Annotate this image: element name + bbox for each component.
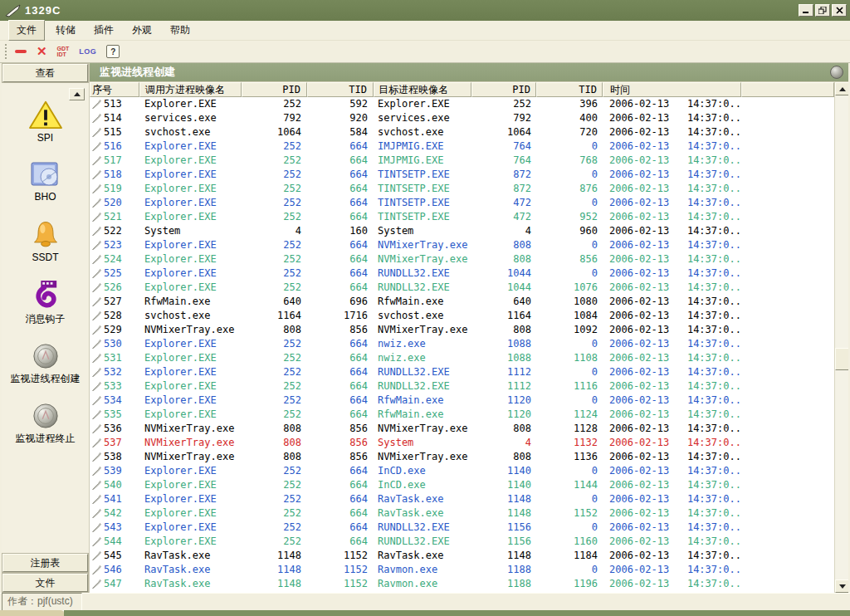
table-row[interactable]: 518Explorer.EXE252664TINTSETP.EXE8720200…: [90, 168, 834, 182]
table-row[interactable]: 541Explorer.EXE252664RavTask.exe11480200…: [90, 492, 834, 506]
table-row[interactable]: 544Explorer.EXE252664RUNDLL32.EXE1156116…: [90, 535, 834, 549]
table-row[interactable]: 526Explorer.EXE252664RUNDLL32.EXE1044107…: [90, 281, 834, 295]
scroll-down-button[interactable]: [835, 579, 848, 593]
target-tid-cell: 400: [579, 112, 598, 124]
table-row[interactable]: 529NVMixerTray.exe808856NVMixerTray.exe8…: [90, 323, 834, 337]
caller-tid-cell: 1152: [344, 578, 368, 589]
vertical-scrollbar[interactable]: [834, 82, 848, 593]
table-row[interactable]: 524Explorer.EXE252664NVMixerTray.exe8088…: [90, 252, 834, 266]
log-button[interactable]: LOG: [79, 47, 96, 56]
toolbar-grip[interactable]: [5, 44, 8, 59]
sidebar-item-bho[interactable]: BHO: [30, 160, 61, 203]
table-row[interactable]: 531Explorer.EXE252664nwiz.exe10881108200…: [90, 351, 834, 365]
table-row[interactable]: 534Explorer.EXE252664RfwMain.exe11200200…: [90, 394, 834, 408]
menu-help[interactable]: 帮助: [163, 21, 198, 40]
caller-tid-cell: 664: [349, 493, 368, 505]
author-label: 作者：pjf(ustc): [2, 593, 82, 611]
target-image-cell: RfwMain.exe: [378, 408, 443, 420]
table-row[interactable]: 522System4160System49602006-02-13 14:37:…: [90, 224, 834, 238]
column-header-target-image[interactable]: 目标进程映像名: [374, 82, 471, 97]
sidebar-scroll-up-button[interactable]: [69, 88, 85, 100]
sidebar-item-message-hooks[interactable]: 消息钩子: [26, 280, 66, 326]
table-row[interactable]: 520Explorer.EXE252664TINTSETP.EXE4720200…: [90, 196, 834, 210]
table-row[interactable]: 547RavTask.exe11481152Ravmon.exe11881196…: [90, 577, 834, 591]
entry-pencil-icon: [92, 198, 101, 208]
table-row[interactable]: 542Explorer.EXE252664RavTask.exe11481152…: [90, 506, 834, 521]
table-row[interactable]: 532Explorer.EXE252664RUNDLL32.EXE1112020…: [90, 365, 834, 379]
table-row[interactable]: 536NVMixerTray.exe808856NVMixerTray.exe8…: [90, 422, 834, 436]
table-row[interactable]: 543Explorer.EXE252664RUNDLL32.EXE1156020…: [90, 521, 834, 535]
table-row[interactable]: 535Explorer.EXE252664RfwMain.exe11201124…: [90, 408, 834, 422]
sidebar-item-ssdt[interactable]: SSDT: [30, 219, 61, 263]
sidebar-item-label: 监视进程终止: [16, 432, 76, 446]
table-row[interactable]: 515svchost.exe1064584svchost.exe10647202…: [90, 125, 834, 139]
table-row[interactable]: 525Explorer.EXE252664RUNDLL32.EXE1044020…: [90, 266, 834, 281]
scrollbar-thumb[interactable]: [835, 348, 848, 370]
caller-pid-cell: 252: [283, 183, 301, 194]
caller-tid-cell: 664: [349, 394, 368, 406]
menu-plugins[interactable]: 插件: [86, 21, 121, 40]
table-row[interactable]: 528svchost.exe11641716svchost.exe1164108…: [90, 309, 834, 323]
table-row[interactable]: 521Explorer.EXE252664TINTSETP.EXE4729522…: [90, 210, 834, 224]
target-pid-cell: 808: [513, 324, 531, 335]
help-button[interactable]: ?: [106, 45, 120, 58]
table-row[interactable]: 523Explorer.EXE252664NVMixerTray.exe8080…: [90, 238, 834, 252]
caller-tid-cell: 664: [349, 197, 368, 208]
column-header-seq[interactable]: 序号: [90, 82, 139, 97]
table-row[interactable]: 513Explorer.EXE252592Explorer.EXE2523962…: [90, 97, 834, 111]
registry-group-button[interactable]: 注册表: [2, 554, 88, 572]
column-header-tid2[interactable]: TID: [536, 82, 603, 97]
seq-cell: 531: [104, 351, 122, 365]
caller-tid-cell: 1152: [344, 564, 368, 575]
table-row[interactable]: 540Explorer.EXE252664InCD.exe11401144200…: [90, 478, 834, 492]
table-row[interactable]: 546RavTask.exe11481152Ravmon.exe11880200…: [90, 563, 834, 577]
bell-icon: [30, 219, 61, 249]
table-row[interactable]: 516Explorer.EXE252664IMJPMIG.EXE76402006…: [90, 139, 834, 154]
file-group-button[interactable]: 文件: [2, 574, 88, 592]
table-row[interactable]: 545RavTask.exe11481152RavTask.exe1148118…: [90, 549, 834, 563]
sidebar-item-monitor-thread-creation[interactable]: 监视进线程创建: [11, 343, 81, 386]
sidebar-item-monitor-process-termination[interactable]: 监视进程终止: [16, 403, 76, 446]
table-row[interactable]: 539Explorer.EXE252664InCD.exe114002006-0…: [90, 464, 834, 478]
sidebar-item-spi[interactable]: SPI: [27, 100, 64, 144]
target-pid-cell: 1064: [507, 126, 531, 138]
view-group-button[interactable]: 查看: [2, 64, 88, 82]
table-row[interactable]: 537NVMixerTray.exe808856System411322006-…: [90, 436, 834, 450]
header-sphere-button[interactable]: [830, 66, 843, 79]
sidebar-item-label: BHO: [34, 191, 56, 203]
column-header-tid[interactable]: TID: [307, 82, 374, 97]
target-image-cell: NVMixerTray.exe: [378, 324, 467, 335]
table-row[interactable]: 514services.exe792920services.exe7924002…: [90, 111, 834, 125]
table-row[interactable]: 538NVMixerTray.exe808856NVMixerTray.exe8…: [90, 450, 834, 464]
remove-item-button[interactable]: [15, 50, 27, 53]
target-tid-cell: 856: [579, 253, 598, 265]
table-row[interactable]: 530Explorer.EXE252664nwiz.exe108802006-0…: [90, 337, 834, 351]
menu-appearance[interactable]: 外观: [125, 21, 159, 40]
caller-image-cell: Explorer.EXE: [144, 239, 217, 251]
time-cell: 2006-02-13 14:37:0...: [609, 394, 741, 406]
scroll-up-button[interactable]: [835, 82, 848, 95]
table-row[interactable]: 533Explorer.EXE252664RUNDLL32.EXE1112111…: [90, 379, 834, 394]
target-pid-cell: 792: [513, 112, 531, 124]
delete-button[interactable]: ✕: [37, 46, 47, 57]
caller-tid-cell: 664: [349, 366, 368, 378]
caller-image-cell: Explorer.EXE: [144, 521, 217, 533]
table-row[interactable]: 517Explorer.EXE252664IMJPMIG.EXE76476820…: [90, 154, 834, 168]
column-header-pid[interactable]: PID: [242, 82, 307, 97]
minimize-button[interactable]: [799, 4, 813, 17]
column-header-caller-image[interactable]: 调用方进程映像名: [139, 82, 242, 97]
table-row[interactable]: 519Explorer.EXE252664TINTSETP.EXE8728762…: [90, 182, 834, 196]
close-button[interactable]: [832, 4, 847, 17]
gdt-idt-button[interactable]: GDTIDT: [57, 46, 70, 57]
menu-dump[interactable]: 转储: [48, 21, 83, 40]
menu-file[interactable]: 文件: [8, 20, 45, 41]
restore-button[interactable]: [815, 4, 830, 17]
column-header-time[interactable]: 时间: [603, 82, 741, 97]
time-cell: 2006-02-13 14:37:0...: [609, 564, 741, 575]
entry-pencil-icon: [92, 340, 101, 349]
caller-image-cell: Explorer.EXE: [144, 98, 217, 110]
caller-pid-cell: 808: [283, 437, 301, 448]
column-header-pid2[interactable]: PID: [471, 82, 536, 97]
table-row[interactable]: 527RfwMain.exe640696RfwMain.exe640108020…: [90, 295, 834, 309]
target-image-cell: svchost.exe: [378, 126, 443, 138]
